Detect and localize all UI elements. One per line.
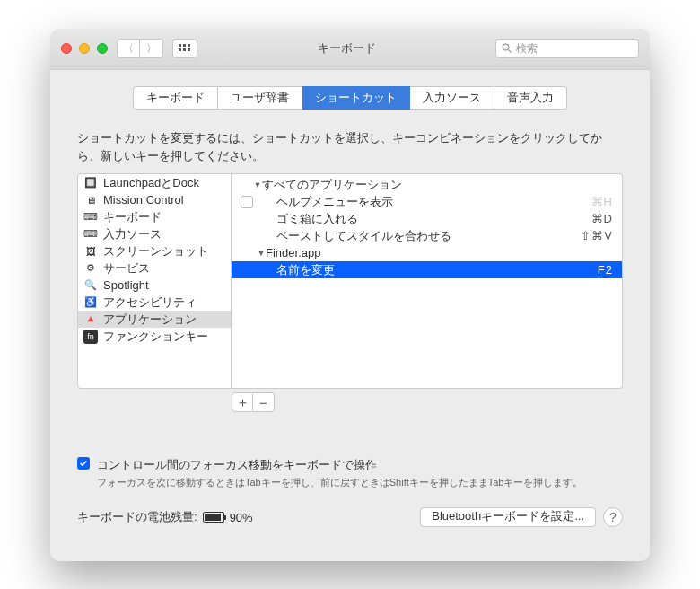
sidebar-item-accessibility[interactable]: ♿アクセシビリティ: [78, 294, 231, 311]
svg-rect-0: [179, 44, 181, 47]
shortcut-row[interactable]: ペーストしてスタイルを合わせる ⇧⌘V: [232, 227, 622, 244]
svg-line-7: [509, 50, 512, 53]
sidebar-item-launchpad[interactable]: 🔲LaunchpadとDock: [78, 174, 231, 191]
sidebar-item-services[interactable]: ⚙サービス: [78, 259, 231, 277]
sidebar-item-screenshot[interactable]: 🖼スクリーンショット: [78, 242, 231, 259]
content: キーボード ユーザ辞書 ショートカット 入力ソース 音声入力 ショートカットを変…: [50, 70, 650, 561]
sidebar-item-input[interactable]: ⌨入力ソース: [78, 225, 231, 242]
focus-hint: フォーカスを次に移動するときはTabキーを押し、前に戻すときはShiftキーを押…: [97, 476, 582, 489]
input-icon: ⌨: [83, 227, 98, 242]
traffic-lights: [61, 43, 108, 54]
search-placeholder: 検索: [516, 41, 538, 57]
shortcut-key[interactable]: F2: [598, 263, 613, 277]
svg-rect-4: [183, 48, 186, 51]
help-button[interactable]: ?: [603, 507, 623, 527]
add-remove-buttons: ＋ −: [232, 389, 623, 412]
sidebar-item-spotlight[interactable]: 🔍Spotlight: [78, 277, 231, 294]
minimize-icon[interactable]: [79, 43, 90, 54]
lists-area: 🔲LaunchpadとDock 🖥Mission Control ⌨キーボード …: [77, 173, 623, 389]
spotlight-icon: 🔍: [83, 278, 98, 293]
search-input[interactable]: 検索: [495, 39, 639, 58]
shortcut-key[interactable]: ⇧⌘V: [581, 229, 613, 242]
bottom-bar: キーボードの電池残量: 90% Bluetoothキーボードを設定... ?: [77, 507, 623, 527]
shortcut-row[interactable]: 名前を変更 F2: [232, 261, 622, 278]
tabbar: キーボード ユーザ辞書 ショートカット 入力ソース 音声入力: [77, 86, 623, 110]
tab-keyboard[interactable]: キーボード: [133, 86, 218, 110]
zoom-icon[interactable]: [97, 43, 108, 54]
sidebar-item-applications[interactable]: 🔺アプリケーション: [78, 311, 231, 328]
focus-label: コントロール間のフォーカス移動をキーボードで操作: [97, 457, 582, 473]
screenshot-icon: 🖼: [83, 244, 98, 259]
tab-userdict[interactable]: ユーザ辞書: [218, 86, 302, 110]
checkbox[interactable]: [77, 457, 90, 470]
sidebar-item-keyboard[interactable]: ⌨キーボード: [78, 208, 231, 225]
remove-button[interactable]: −: [253, 392, 275, 412]
shortcuts-pane: ▼ すべてのアプリケーション ヘルプメニューを表示 ⌘H ゴミ箱に入れる ⌘D …: [232, 173, 623, 389]
gear-icon: ⚙: [83, 261, 98, 276]
sidebar-item-mission[interactable]: 🖥Mission Control: [78, 191, 231, 208]
svg-rect-2: [188, 44, 190, 47]
keyboard-icon: ⌨: [83, 210, 98, 224]
instruction-text: ショートカットを変更するには、ショートカットを選択し、キーコンビネーションをクリ…: [77, 129, 623, 167]
add-button[interactable]: ＋: [232, 392, 253, 412]
disclosure-icon[interactable]: ▼: [257, 249, 266, 258]
svg-point-6: [503, 44, 509, 50]
keyboard-focus-option: コントロール間のフォーカス移動をキーボードで操作 フォーカスを次に移動するときは…: [77, 457, 623, 489]
battery-status: キーボードの電池残量: 90%: [77, 509, 253, 525]
bluetooth-setup-button[interactable]: Bluetoothキーボードを設定...: [420, 507, 596, 527]
svg-rect-1: [183, 44, 186, 47]
search-icon: [502, 43, 512, 54]
disclosure-icon[interactable]: ▼: [253, 180, 262, 189]
tab-shortcuts[interactable]: ショートカット: [302, 86, 410, 110]
close-icon[interactable]: [61, 43, 72, 54]
back-button[interactable]: 〈: [117, 39, 140, 58]
mission-icon: 🖥: [83, 193, 98, 207]
shortcut-key[interactable]: ⌘H: [591, 195, 613, 208]
shortcut-row[interactable]: ゴミ箱に入れる ⌘D: [232, 210, 622, 227]
show-all-button[interactable]: [172, 39, 197, 58]
shortcut-key[interactable]: ⌘D: [591, 212, 613, 225]
sidebar-item-fnkeys[interactable]: fnファンクションキー: [78, 328, 231, 345]
battery-icon: [203, 512, 224, 523]
check-icon: [79, 459, 88, 468]
fn-icon: fn: [83, 330, 98, 344]
tab-dictation[interactable]: 音声入力: [494, 86, 567, 110]
launchpad-icon: 🔲: [83, 176, 98, 190]
accessibility-icon: ♿: [83, 295, 98, 310]
svg-rect-3: [179, 48, 181, 51]
shortcut-row[interactable]: ヘルプメニューを表示 ⌘H: [232, 193, 622, 210]
shortcuts-tree[interactable]: ▼ すべてのアプリケーション ヘルプメニューを表示 ⌘H ゴミ箱に入れる ⌘D …: [232, 174, 622, 388]
group-all-apps[interactable]: ▼ すべてのアプリケーション: [232, 176, 622, 193]
titlebar: 〈 〉 キーボード 検索: [50, 29, 650, 70]
category-sidebar[interactable]: 🔲LaunchpadとDock 🖥Mission Control ⌨キーボード …: [77, 173, 232, 389]
group-finder[interactable]: ▼ Finder.app: [232, 244, 622, 261]
svg-rect-5: [188, 48, 190, 51]
tab-inputsources[interactable]: 入力ソース: [410, 86, 494, 110]
nav-buttons: 〈 〉: [117, 39, 163, 58]
window-title: キーボード: [206, 40, 486, 57]
apps-icon: 🔺: [83, 312, 98, 327]
grid-icon: [179, 44, 191, 53]
preferences-window: 〈 〉 キーボード 検索 キーボード ユーザ辞書 ショートカット 入力ソース 音…: [50, 29, 650, 561]
checkbox[interactable]: [241, 196, 253, 208]
forward-button[interactable]: 〉: [140, 39, 163, 58]
